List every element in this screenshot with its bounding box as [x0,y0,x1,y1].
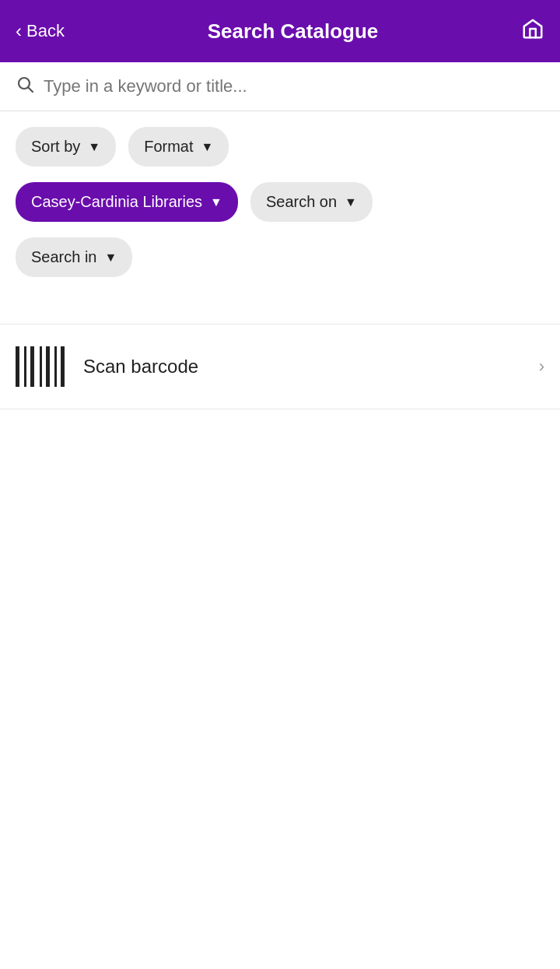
filter-row-2: Casey-Cardinia Libraries ▼ Search on ▼ [16,182,544,222]
back-button[interactable]: ‹ Back [16,21,65,41]
search-on-button[interactable]: Search on ▼ [250,182,373,222]
library-label: Casey-Cardinia Libraries [31,193,202,211]
filters-section: Sort by ▼ Format ▼ Casey-Cardinia Librar… [0,111,560,285]
chevron-right-icon: › [539,356,544,377]
library-button[interactable]: Casey-Cardinia Libraries ▼ [16,182,238,222]
filter-row-3: Search in ▼ [16,237,544,277]
format-label: Format [144,138,193,156]
sort-by-arrow-icon: ▼ [88,140,100,154]
home-icon [521,17,544,40]
search-in-button[interactable]: Search in ▼ [16,237,132,277]
sort-by-button[interactable]: Sort by ▼ [16,127,116,167]
barcode-icon [16,346,65,387]
app-header: ‹ Back Search Catalogue [0,0,560,62]
search-in-label: Search in [31,248,97,266]
page-title: Search Catalogue [65,19,521,44]
scan-barcode-button[interactable]: Scan barcode › [16,325,544,409]
home-button[interactable] [521,17,544,46]
search-in-arrow-icon: ▼ [105,251,117,265]
library-arrow-icon: ▼ [210,195,222,209]
sort-by-label: Sort by [31,138,80,156]
search-input[interactable] [44,76,544,97]
scan-barcode-label: Scan barcode [83,356,539,377]
svg-line-1 [29,88,33,93]
search-icon [16,75,34,98]
format-button[interactable]: Format ▼ [128,127,229,167]
format-arrow-icon: ▼ [201,140,214,154]
filter-row-1: Sort by ▼ Format ▼ [16,127,544,167]
back-label: Back [26,21,65,41]
search-on-arrow-icon: ▼ [345,195,357,209]
search-on-label: Search on [266,193,337,211]
search-bar [0,62,560,111]
chevron-left-icon: ‹ [16,22,22,40]
scan-barcode-section: Scan barcode › [0,324,560,409]
